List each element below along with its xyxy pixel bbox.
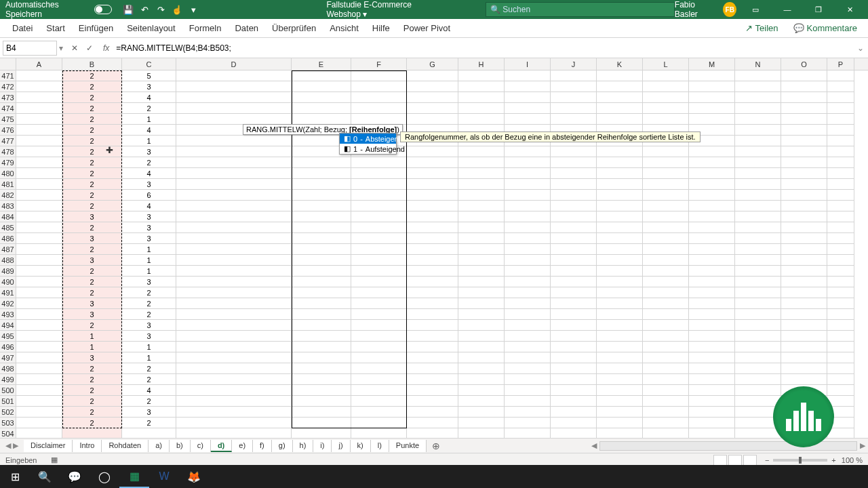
cell[interactable] <box>505 309 551 320</box>
cell[interactable] <box>597 342 643 352</box>
cell[interactable] <box>16 157 62 168</box>
cell[interactable] <box>176 277 292 287</box>
cell[interactable] <box>597 418 643 428</box>
cell[interactable] <box>407 287 458 298</box>
cell[interactable]: 2 <box>62 320 122 331</box>
cell[interactable] <box>505 266 551 277</box>
sheet-tab[interactable]: i) <box>313 440 332 452</box>
cell[interactable] <box>458 428 505 438</box>
cell[interactable]: 2 <box>62 70 122 81</box>
cell[interactable]: 2 <box>122 363 176 374</box>
view-pagelayout-icon[interactable] <box>728 455 742 466</box>
cell[interactable] <box>689 374 735 385</box>
cell[interactable] <box>827 352 854 363</box>
taskbar-firefox[interactable]: 🦊 <box>179 465 209 488</box>
cell[interactable] <box>176 342 292 352</box>
cell[interactable]: 4 <box>122 168 176 179</box>
row-header[interactable]: 491 <box>0 287 16 298</box>
cell[interactable] <box>505 81 551 92</box>
formula-expand-icon[interactable]: ⌄ <box>853 43 868 53</box>
cell[interactable] <box>689 81 735 92</box>
cell[interactable] <box>597 211 643 222</box>
cell[interactable] <box>735 103 781 114</box>
taskbar-app-2[interactable]: ◯ <box>90 465 119 488</box>
cell[interactable] <box>176 201 292 211</box>
cell[interactable] <box>735 320 781 331</box>
cell[interactable] <box>643 266 689 277</box>
cell[interactable] <box>505 179 551 190</box>
user-name[interactable]: Fabio Basler <box>675 0 716 19</box>
cell[interactable] <box>176 103 292 114</box>
cell[interactable] <box>597 407 643 418</box>
cell[interactable] <box>351 233 407 244</box>
cell[interactable] <box>458 407 505 418</box>
cell[interactable] <box>597 428 643 438</box>
cell[interactable] <box>505 255 551 266</box>
cell[interactable] <box>643 157 689 168</box>
cell[interactable] <box>643 320 689 331</box>
cell[interactable] <box>176 266 292 277</box>
tab-start[interactable]: Start <box>39 19 71 38</box>
cell[interactable] <box>597 255 643 266</box>
cell[interactable] <box>292 428 351 438</box>
cell[interactable] <box>176 385 292 396</box>
row-header[interactable]: 479 <box>0 157 16 168</box>
cell[interactable] <box>176 233 292 244</box>
cell[interactable] <box>351 418 407 428</box>
cell[interactable]: 2 <box>62 125 122 136</box>
cell[interactable] <box>735 168 781 179</box>
cell[interactable] <box>16 222 62 233</box>
cell[interactable] <box>827 136 854 146</box>
cell[interactable] <box>551 298 597 309</box>
cell[interactable] <box>781 309 827 320</box>
cell[interactable] <box>597 233 643 244</box>
name-box-dropdown-icon[interactable]: ▾ <box>57 43 65 53</box>
cell[interactable] <box>597 201 643 211</box>
cell[interactable] <box>781 92 827 103</box>
cell[interactable] <box>597 298 643 309</box>
cell[interactable] <box>458 157 505 168</box>
row-header[interactable]: 481 <box>0 179 16 190</box>
cell[interactable] <box>176 287 292 298</box>
cell[interactable] <box>292 266 351 277</box>
cell[interactable] <box>643 70 689 81</box>
cell[interactable] <box>643 103 689 114</box>
cell[interactable]: 2 <box>122 298 176 309</box>
cell[interactable] <box>735 277 781 287</box>
fx-icon[interactable]: fx <box>99 43 113 53</box>
cell[interactable] <box>781 211 827 222</box>
cell[interactable] <box>827 287 854 298</box>
sheet-tab[interactable]: k) <box>351 440 371 452</box>
cell[interactable] <box>458 418 505 428</box>
cell[interactable]: 4 <box>122 125 176 136</box>
cell[interactable] <box>551 211 597 222</box>
cell[interactable] <box>827 428 854 438</box>
col-header-D[interactable]: D <box>176 58 292 70</box>
cell[interactable] <box>458 168 505 179</box>
cell[interactable] <box>643 418 689 428</box>
tab-ueberpruefen[interactable]: Überprüfen <box>265 19 323 38</box>
cell[interactable] <box>16 70 62 81</box>
cell[interactable]: 3 <box>122 331 176 342</box>
cell[interactable] <box>351 222 407 233</box>
row-header[interactable]: 485 <box>0 222 16 233</box>
cell[interactable] <box>689 266 735 277</box>
cell[interactable] <box>735 125 781 136</box>
cell[interactable] <box>827 157 854 168</box>
cell[interactable] <box>689 190 735 201</box>
macro-record-icon[interactable]: ▦ <box>51 455 58 464</box>
row-header[interactable]: 494 <box>0 320 16 331</box>
cell[interactable]: 4 <box>122 385 176 396</box>
cell[interactable] <box>551 407 597 418</box>
cell[interactable] <box>551 396 597 407</box>
cell[interactable] <box>407 233 458 244</box>
cell[interactable] <box>643 331 689 342</box>
cell[interactable]: 3 <box>122 179 176 190</box>
cell[interactable] <box>176 136 292 146</box>
cell[interactable] <box>176 222 292 233</box>
cell[interactable] <box>176 179 292 190</box>
cell[interactable] <box>292 201 351 211</box>
cell[interactable] <box>597 385 643 396</box>
cell[interactable]: 1 <box>122 266 176 277</box>
row-header[interactable]: 486 <box>0 233 16 244</box>
